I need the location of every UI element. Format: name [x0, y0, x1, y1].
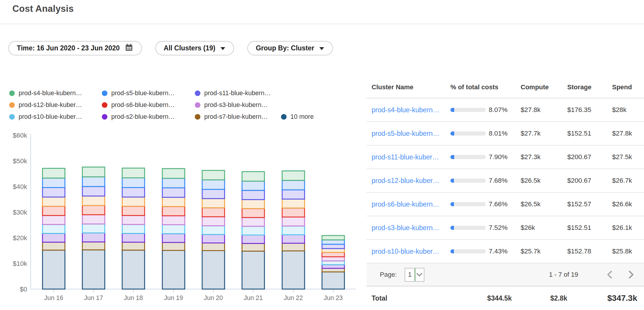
bar-segment[interactable]: Jun 20 · prod-s6-blue-kubern…	[202, 208, 225, 217]
cluster-link[interactable]: prod-s4-blue-kubern…	[372, 106, 439, 114]
cluster-link[interactable]: prod-s6-blue-kubern…	[372, 200, 439, 208]
bar-segment[interactable]: Jun 21 · prod-s4-blue-kubern…	[242, 172, 264, 181]
cluster-link[interactable]: prod-s12-blue-kuber…	[372, 177, 439, 184]
cluster-link[interactable]: prod-s10-blue-kuber…	[372, 248, 439, 255]
bar-segment[interactable]: Jun 23 · prod-s3-blue-kubern…	[322, 257, 344, 261]
bar-segment[interactable]: Jun 21 · prod-s12-blue-kuber…	[242, 199, 264, 208]
bar-segment[interactable]: Jun 21 · prod-s6-blue-kubern…	[242, 209, 264, 217]
bar-segment[interactable]: Jun 18 · prod-s11-blue-kubern…	[122, 188, 145, 197]
bar-segment[interactable]: Jun 23 · prod-s5-blue-kubern…	[322, 240, 344, 244]
legend-item[interactable]: 10 more	[281, 113, 314, 121]
bar-segment[interactable]: Jun 19 · prod-s2-blue-kubern…	[162, 234, 185, 243]
bar-segment[interactable]: Jun 21 · prod-s2-blue-kubern…	[242, 235, 264, 243]
legend-item[interactable]: prod-s4-blue-kubern…	[9, 90, 102, 97]
bar-segment[interactable]: Jun 17 · prod-s10-blue-kuber…	[82, 224, 105, 233]
bar-segment[interactable]: Jun 21 · 10 more	[242, 251, 264, 289]
bar-segment[interactable]: Jun 23 · prod-s6-blue-kubern…	[322, 253, 344, 257]
next-page-button[interactable]	[628, 270, 635, 279]
bar-segment[interactable]: Jun 23 · prod-s10-blue-kuber…	[322, 261, 344, 265]
bar-segment[interactable]: Jun 17 · prod-s3-blue-kubern…	[82, 215, 105, 224]
bar-segment[interactable]: Jun 16 · prod-s7-blue-kubern…	[43, 242, 65, 250]
bar-segment[interactable]: Jun 19 · prod-s10-blue-kuber…	[162, 225, 185, 234]
bar-segment[interactable]: Jun 16 · 10 more	[43, 250, 65, 289]
bar-segment[interactable]: Jun 22 · prod-s6-blue-kubern…	[282, 208, 305, 217]
bar-segment[interactable]: Jun 19 · prod-s12-blue-kuber…	[162, 197, 185, 207]
bar-segment[interactable]: Jun 17 · prod-s5-blue-kubern…	[82, 177, 105, 187]
bar-segment[interactable]: Jun 22 · 10 more	[282, 251, 305, 289]
bar-segment[interactable]: Jun 16 · prod-s3-blue-kubern…	[43, 215, 65, 224]
previous-page-button[interactable]	[606, 270, 613, 279]
legend-item[interactable]: prod-s2-blue-kubern…	[102, 113, 195, 121]
bar-segment[interactable]: Jun 20 · prod-s4-blue-kubern…	[202, 170, 225, 180]
legend-item[interactable]: prod-s7-blue-kubern…	[195, 113, 281, 121]
page-select[interactable]: 1	[405, 268, 424, 282]
bar-segment[interactable]: Jun 20 · 10 more	[202, 251, 225, 289]
clusters-filter-dropdown[interactable]: All Clusters (19)	[155, 41, 234, 55]
bar-segment[interactable]: Jun 18 · prod-s3-blue-kubern…	[122, 215, 145, 224]
bar-segment[interactable]: Jun 21 · prod-s10-blue-kuber…	[242, 226, 264, 235]
bar-segment[interactable]: Jun 17 · prod-s12-blue-kuber…	[82, 196, 105, 205]
bar-segment[interactable]: Jun 22 · prod-s11-blue-kubern…	[282, 190, 305, 199]
bar-segment[interactable]: Jun 16 · prod-s5-blue-kubern…	[43, 178, 65, 187]
bar-segment[interactable]: Jun 17 · prod-s4-blue-kubern…	[82, 167, 105, 177]
bar-segment[interactable]: Jun 20 · prod-s2-blue-kubern…	[202, 235, 225, 243]
bar-segment[interactable]: Jun 19 · prod-s6-blue-kubern…	[162, 207, 185, 216]
bar-segment[interactable]: Jun 19 · prod-s4-blue-kubern…	[162, 169, 185, 178]
bar-segment[interactable]: Jun 19 · 10 more	[162, 250, 185, 289]
bar-segment[interactable]: Jun 22 · prod-s10-blue-kuber…	[282, 226, 305, 235]
bar-segment[interactable]: Jun 22 · prod-s4-blue-kubern…	[282, 171, 305, 180]
bar-segment[interactable]: Jun 19 · prod-s5-blue-kubern…	[162, 178, 185, 188]
legend-item[interactable]: prod-s3-blue-kubern…	[195, 101, 281, 109]
bar-segment[interactable]: Jun 20 · prod-s12-blue-kuber…	[202, 199, 225, 208]
cluster-link[interactable]: prod-s3-blue-kubern…	[372, 224, 439, 232]
bar-segment[interactable]: Jun 17 · prod-s7-blue-kubern…	[82, 242, 105, 250]
bar-segment[interactable]: Jun 16 · prod-s10-blue-kuber…	[43, 225, 65, 233]
bar-segment[interactable]: Jun 19 · prod-s3-blue-kubern…	[162, 216, 185, 225]
bar-segment[interactable]: Jun 21 · prod-s11-blue-kubern…	[242, 190, 264, 199]
bar-segment[interactable]: Jun 22 · prod-s2-blue-kubern…	[282, 235, 305, 243]
bar-segment[interactable]: Jun 23 · prod-s2-blue-kubern…	[322, 265, 344, 268]
bar-segment[interactable]: Jun 17 · 10 more	[82, 250, 105, 289]
legend-item[interactable]: prod-s11-blue-kubern…	[195, 90, 281, 97]
bar-segment[interactable]: Jun 23 · prod-s7-blue-kubern…	[322, 268, 344, 272]
cluster-link[interactable]: prod-s5-blue-kubern…	[372, 130, 439, 137]
bar-segment[interactable]: Jun 18 · prod-s6-blue-kubern…	[122, 206, 145, 215]
cluster-link[interactable]: prod-s11-blue-kuber…	[372, 153, 439, 161]
legend-item[interactable]: prod-s10-blue-kuber…	[9, 113, 102, 121]
bar-segment[interactable]: Jun 16 · prod-s6-blue-kubern…	[43, 206, 65, 215]
bar-segment[interactable]: Jun 16 · prod-s4-blue-kubern…	[43, 168, 65, 178]
bar-segment[interactable]: Jun 23 · prod-s12-blue-kuber…	[322, 249, 344, 253]
legend-item[interactable]: prod-s6-blue-kubern…	[102, 101, 195, 109]
bar-segment[interactable]: Jun 23 · 10 more	[322, 272, 344, 289]
bar-segment[interactable]: Jun 21 · prod-s3-blue-kubern…	[242, 217, 264, 226]
bar-segment[interactable]: Jun 16 · prod-s2-blue-kubern…	[43, 233, 65, 242]
bar-segment[interactable]: Jun 21 · prod-s5-blue-kubern…	[242, 181, 264, 190]
bar-segment[interactable]: Jun 18 · prod-s2-blue-kubern…	[122, 233, 145, 242]
bar-segment[interactable]: Jun 23 · prod-s11-blue-kubern…	[322, 244, 344, 249]
bar-segment[interactable]: Jun 22 · prod-s3-blue-kubern…	[282, 217, 305, 226]
legend-item[interactable]: prod-s12-blue-kuber…	[9, 101, 102, 109]
bar-segment[interactable]: Jun 22 · prod-s7-blue-kubern…	[282, 243, 305, 251]
bar-segment[interactable]: Jun 16 · prod-s12-blue-kuber…	[43, 197, 65, 206]
bar-segment[interactable]: Jun 20 · prod-s5-blue-kubern…	[202, 180, 225, 189]
legend-item[interactable]: prod-s5-blue-kubern…	[102, 90, 195, 97]
bar-segment[interactable]: Jun 20 · prod-s3-blue-kubern…	[202, 217, 225, 226]
bar-segment[interactable]: Jun 18 · prod-s7-blue-kubern…	[122, 242, 145, 250]
bar-segment[interactable]: Jun 19 · prod-s7-blue-kubern…	[162, 243, 185, 250]
bar-segment[interactable]: Jun 17 · prod-s2-blue-kubern…	[82, 233, 105, 242]
bar-segment[interactable]: Jun 17 · prod-s11-blue-kubern…	[82, 187, 105, 196]
bar-segment[interactable]: Jun 23 · prod-s4-blue-kubern…	[322, 235, 344, 240]
bar-segment[interactable]: Jun 20 · prod-s11-blue-kubern…	[202, 189, 225, 199]
bar-segment[interactable]: Jun 18 · prod-s12-blue-kuber…	[122, 197, 145, 206]
bar-segment[interactable]: Jun 20 · prod-s7-blue-kubern…	[202, 243, 225, 250]
bar-segment[interactable]: Jun 22 · prod-s12-blue-kuber…	[282, 199, 305, 208]
bar-segment[interactable]: Jun 18 · prod-s4-blue-kubern…	[122, 168, 145, 178]
bar-segment[interactable]: Jun 17 · prod-s6-blue-kubern…	[82, 205, 105, 215]
bar-segment[interactable]: Jun 19 · prod-s11-blue-kubern…	[162, 188, 185, 197]
bar-segment[interactable]: Jun 18 · 10 more	[122, 250, 145, 289]
group-by-dropdown[interactable]: Group By: Cluster	[247, 41, 333, 55]
time-range-filter[interactable]: Time: 16 Jun 2020 - 23 Jun 2020	[8, 41, 142, 55]
bar-segment[interactable]: Jun 18 · prod-s5-blue-kubern…	[122, 178, 145, 187]
bar-segment[interactable]: Jun 22 · prod-s5-blue-kubern…	[282, 180, 305, 190]
bar-segment[interactable]: Jun 18 · prod-s10-blue-kuber…	[122, 225, 145, 233]
